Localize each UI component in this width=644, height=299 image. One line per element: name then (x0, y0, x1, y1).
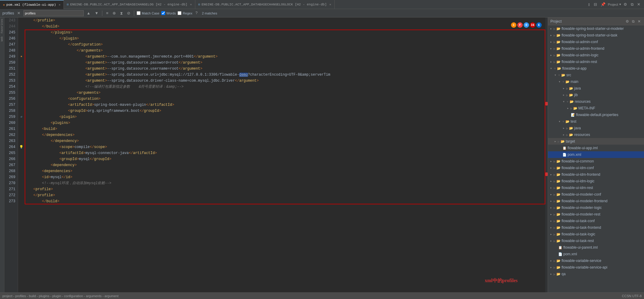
tree-item-flowable-default.properties[interactable]: 📝 flowable-default.properties (548, 112, 644, 118)
tree-item-jib[interactable]: ▸ ▶ 📂 jib (548, 92, 644, 98)
tree-item-java[interactable]: ▸ ▶ 📂 java (548, 125, 644, 131)
tree-item-target[interactable]: ▸ ▶ 📂 target (548, 138, 644, 145)
tree-item-flowable-ui-task-conf[interactable]: ▸ ▶ 📂 flowable-ui-task-conf (548, 218, 644, 224)
gutter-icon-269 (18, 174, 25, 180)
regex-checkbox[interactable] (178, 11, 181, 15)
tree-item-pom.xml[interactable]: 📄 pom.xml (548, 251, 644, 257)
clear-search-btn[interactable]: ✕ (16, 10, 22, 16)
tree-item-flowable-ui-admin-logic[interactable]: ▸ ▶ 📂 flowable-ui-admin-logic (548, 52, 644, 58)
close-panel-btn[interactable]: ✕ (636, 2, 642, 7)
tree-item-flowable-ui-modeler-frontend[interactable]: ▸ ▶ 📂 flowable-ui-modeler-frontend (548, 198, 644, 204)
search-mode-btn3[interactable]: ⧗ (119, 10, 124, 16)
tree-item-qa[interactable]: ▸ ▶ 📂 qa (548, 271, 644, 277)
tree-item-label: java (574, 126, 581, 130)
tree-icon: ▶ (553, 193, 556, 196)
tree-icon: ▶ (570, 107, 573, 110)
tree-item-main[interactable]: ▾ ▼ 📂 main (548, 78, 644, 85)
browser-icon-1[interactable]: F (517, 22, 523, 28)
settings-btn[interactable]: ⚙ (622, 2, 628, 7)
right-scrollbar[interactable] (545, 17, 548, 299)
line-num-249: 249 (6, 54, 15, 60)
tree-item-flowable-ui-idm-conf[interactable]: ▸ ▶ 📂 flowable-ui-idm-conf (548, 165, 644, 171)
tab-engine-db-changelog[interactable]: ⊞ ENGINE-DB.PUBLIC.ACT_APP_DATABASECHANG… (64, 0, 195, 9)
tree-item-flowable-variable-service[interactable]: ▸ ▶ 📂 flowable-variable-service (548, 257, 644, 264)
tree-item-flowable-ui-modeler-conf[interactable]: ▸ ▶ 📂 flowable-ui-modeler-conf (548, 191, 644, 198)
code-line-249: <dependency> (25, 162, 548, 168)
tree-item-flowable-ui-task-logic[interactable]: ▸ ▶ 📂 flowable-ui-task-logic (548, 231, 644, 238)
tree-item-flowable-ui-common[interactable]: ▸ ▶ 📂 flowable-ui-common (548, 158, 644, 165)
panel-restore-btn[interactable]: ⧉ (631, 19, 636, 24)
tree-item-resources[interactable]: ▾ ▼ 📂 resources (548, 98, 644, 105)
tree-item-flowable-ui-task-frontend[interactable]: ▸ ▶ 📂 flowable-ui-task-frontend (548, 224, 644, 231)
tree-label: 📋 flowable-ui-app.iml (562, 146, 598, 150)
code-line-252: <scope>compile</scope> (25, 144, 548, 150)
left-favorites-label[interactable]: Favorites (1, 19, 4, 33)
tree-item-flowable-spring-boot-starter-ui-modeler[interactable]: ▸ ▶ 📂 flowable-spring-boot-starter-ui-mo… (548, 25, 644, 32)
tree-item-flowable-ui-modeler-rest[interactable]: ▸ ▶ 📂 flowable-ui-modeler-rest (548, 211, 644, 218)
split-vertical-btn[interactable]: ⫿ (587, 2, 591, 7)
tree-item-src[interactable]: ▾ ▼ 📂 src (548, 72, 644, 78)
tree-item-flowable-ui-idm-rest[interactable]: ▸ ▶ 📂 flowable-ui-idm-rest (548, 184, 644, 191)
split-horizontal-btn[interactable]: ⊟ (593, 2, 598, 7)
tree-item-test[interactable]: ▾ ▼ 📂 test (548, 118, 644, 125)
search-input[interactable] (23, 10, 84, 16)
project-tree[interactable]: ▸ ▶ 📂 flowable-spring-boot-starter-ui-mo… (548, 25, 644, 299)
tree-label: 📝 flowable-default.properties (571, 113, 618, 117)
tree-item-flowable-ui-task-rest[interactable]: ▸ ▶ 📂 flowable-ui-task-rest (548, 238, 644, 244)
search-mode-btn1[interactable]: ≡ (105, 10, 110, 16)
tab-close-btn-3[interactable]: ✕ (330, 3, 331, 6)
tree-arrow: ▸ (550, 226, 553, 229)
words-checkbox[interactable] (161, 11, 165, 15)
pin-btn[interactable]: 📌 (599, 2, 607, 7)
search-up-btn[interactable]: ▲ (85, 10, 92, 16)
tree-item-label: flowable-ui-modeler-logic (562, 206, 602, 210)
code-line-246: <!--mysql环境，自动添加mysql依赖--> (25, 180, 548, 186)
tree-item-resources[interactable]: ▸ ▶ 📂 resources (548, 131, 644, 138)
tree-item-label: flowable-ui-task-frontend (562, 225, 601, 230)
tree-label: 📂 flowable-ui-idm-rest (556, 186, 593, 190)
tree-item-flowable-variable-service-api[interactable]: ▸ ▶ 📂 flowable-variable-service-api (548, 264, 644, 271)
tab-engine-db-lock[interactable]: ⊞ ENGINE-DB.PUBLIC.ACT_APP_DATABASECHANG… (195, 0, 335, 9)
left-web-label[interactable]: Web (1, 36, 4, 41)
tree-item-label: flowable-ui-common (562, 159, 594, 163)
browser-icon-2[interactable]: O (524, 22, 529, 28)
browser-icon-0[interactable]: C (511, 22, 516, 28)
tab-actions: ⫿ ⊟ 📌 Project ▾ ⚙ ⧉ ✕ (587, 2, 644, 8)
tree-item-flowable-ui-admin-conf[interactable]: ▸ ▶ 📂 flowable-ui-admin-conf (548, 39, 644, 45)
code-content[interactable]: xml中的profiles </profile> </build> </plug… (25, 17, 548, 299)
search-filter-btn[interactable]: ⊘ (126, 10, 132, 16)
tree-item-flowable-ui-parent.iml[interactable]: 📋 flowable-ui-parent.iml (548, 244, 644, 251)
gutter-icon-267 (18, 162, 25, 168)
search-mode-btn2[interactable]: ⊕ (111, 10, 117, 16)
tree-arrow: ▾ (555, 74, 558, 77)
tree-item-flowable-spring-boot-starter-ui-task[interactable]: ▸ ▶ 📂 flowable-spring-boot-starter-ui-ta… (548, 32, 644, 39)
tree-item-flowable-ui-admin-frontend[interactable]: ▸ ▶ 📂 flowable-ui-admin-frontend (548, 45, 644, 52)
tree-item-label: pom.xml (568, 153, 581, 157)
browser-icon-4[interactable]: E (536, 22, 542, 28)
browser-icon-3[interactable]: IE (530, 22, 535, 28)
tree-item-flowable-ui-idm-frontend[interactable]: ▸ ▶ 📂 flowable-ui-idm-frontend (548, 171, 644, 178)
code-line-254: </dependencies> (25, 132, 548, 138)
tree-item-flowable-ui-admin-rest[interactable]: ▸ ▶ 📂 flowable-ui-admin-rest (548, 58, 644, 65)
help-btn[interactable]: ? (194, 10, 199, 16)
panel-gear-btn[interactable]: ⚙ (625, 19, 630, 24)
tree-arrow: ▸ (550, 166, 553, 169)
tree-item-flowable-ui-idm-logic[interactable]: ▸ ▶ 📂 flowable-ui-idm-logic (548, 178, 644, 184)
tab-pom-ui-app[interactable]: ◈ pom.xml (flowable-ui-app) ✕ (0, 0, 64, 9)
search-down-btn[interactable]: ▼ (94, 10, 100, 16)
tree-item-pom.xml[interactable]: 📄 pom.xml (548, 151, 644, 158)
restore-btn[interactable]: ⧉ (630, 2, 635, 8)
line-num-259: 259 (6, 114, 15, 120)
tree-item-flowable-ui-app.iml[interactable]: 📋 flowable-ui-app.iml (548, 145, 644, 151)
tree-item-meta-inf[interactable]: ▸ ▶ 📂 META-INF (548, 105, 644, 112)
tree-item-java[interactable]: ▸ ▶ 📂 java (548, 85, 644, 92)
tab-close-btn[interactable]: ✕ (59, 3, 60, 7)
match-case-checkbox[interactable] (137, 11, 141, 15)
tree-item-flowable-ui-modeler-logic[interactable]: ▸ ▶ 📂 flowable-ui-modeler-logic (548, 204, 644, 211)
tree-item-flowable-ui-app[interactable]: ▾ ▼ 📂 flowable-ui-app (548, 65, 644, 72)
tab-close-btn-2[interactable]: ✕ (190, 3, 192, 6)
tree-icon: ▶ (553, 226, 556, 229)
line-numbers: 2432442452462472482492502512522532542552… (5, 17, 18, 299)
line-num-266: 266 (6, 156, 15, 162)
panel-close-btn[interactable]: ✕ (637, 19, 642, 24)
